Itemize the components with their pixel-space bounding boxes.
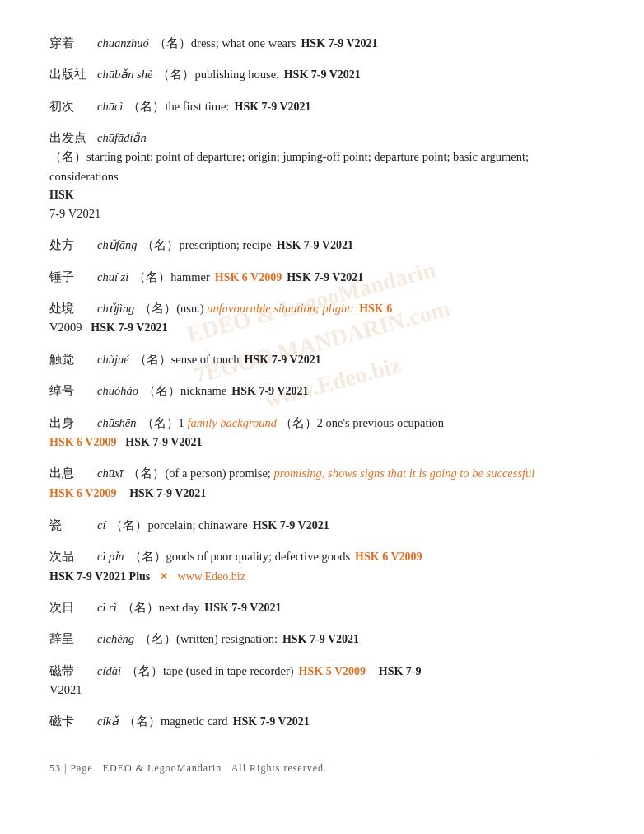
entry-chubanshe: 出版社 chūbǎn shè （名）publishing house. HSK … (49, 64, 595, 84)
zh-chubanshe: 出版社 (49, 64, 92, 84)
hsk1-chushen: HSK 6 V2009 (49, 436, 116, 448)
zh-cipin: 次品 (49, 546, 92, 566)
hsk-chufang: HSK 7-9 V2021 (277, 237, 353, 255)
zh-chujing: 处境 (49, 298, 92, 318)
footer: 53 | Page EDEO & LegooMandarin All Right… (49, 757, 595, 775)
page-number: 53 (49, 762, 61, 774)
def-ciri: （名）next day (122, 598, 200, 617)
def-orange-chushen: family background (187, 416, 277, 429)
zh-chuanzhua: 穿着 (49, 33, 92, 53)
entry-cicheng: 辞呈 cíchéng （名）(written) resignation: HSK… (49, 629, 595, 649)
def-cidai: （名）tape (used in tape recorder) (126, 662, 294, 681)
hsk-chuanzhua: HSK 7-9 V2021 (301, 35, 377, 53)
cont-chushen: HSK 6 V2009 HSK 7-9 V2021 (49, 433, 595, 452)
hsk1-cidai: HSK 5 V2009 (299, 663, 366, 681)
hsk2-cipin: HSK 7-9 V2021 Plus (49, 570, 150, 583)
def-cicheng: （名）(written) resignation: (139, 630, 278, 649)
hsk-cicheng: HSK 7-9 V2021 (282, 630, 359, 649)
zh-ciri: 次日 (49, 597, 92, 617)
pinyin-chubanshe: chūbǎn shè (97, 65, 152, 84)
def-chuxi: （名）(of a person) promise; promising, sho… (128, 464, 534, 483)
hsk1-chuxi: HSK 6 V2009 (49, 485, 116, 503)
def-chubanshe: （名）publishing house. (157, 65, 278, 84)
pinyin-chufadian: chūfādiǎn (97, 129, 147, 148)
pinyin-chujing: chǔjìng (97, 299, 134, 318)
pinyin-cidai: cídài (97, 662, 121, 681)
cont-cidai: V2021 (49, 681, 595, 700)
entry-cidai: 磁带 cídài （名）tape (used in tape recorder)… (49, 661, 595, 700)
def-cika: （名）magnetic card (124, 712, 228, 731)
hsk2-cidai: HSK 7-9 (379, 663, 422, 681)
entry-chuxi: 出息 chūxī （名）(of a person) promise; promi… (49, 463, 595, 504)
zh-chushen: 出身 (49, 413, 92, 433)
def-chuanzhua: （名）dress; what one wears (154, 34, 296, 53)
cont-chufadian: 7-9 V2021 (49, 204, 595, 223)
hsk-chuci: HSK 7-9 V2021 (235, 98, 311, 116)
zh-ci: 瓷 (49, 515, 92, 535)
zh-cidai: 磁带 (49, 661, 92, 681)
entry-chufang: 处方 chǔfāng （名）prescription; recipe HSK 7… (49, 235, 595, 255)
def-chufang: （名）prescription; recipe (142, 236, 271, 255)
def-chuizi: （名）hammer (133, 268, 210, 287)
pinyin-cicheng: cíchéng (97, 630, 134, 649)
pinyin-chuci: chūcì (97, 97, 123, 116)
watermark-cipin: ✕ www.Edeo.biz (159, 570, 245, 583)
pinyin-cipin: cì pǐn (97, 547, 124, 566)
entry-chuci: 初次 chūcì （名）the first time: HSK 7-9 V202… (49, 96, 595, 116)
def-orange-chuxi: promising, shows signs that it is going … (273, 466, 534, 480)
entry-chujing: 处境 chǔjìng （名）(usu.) unfavourable situat… (49, 298, 595, 338)
entry-ciri: 次日 cì rì （名）next day HSK 7-9 V2021 (49, 597, 595, 617)
pinyin-chujue: chùjué (97, 350, 129, 369)
def-ci: （名）porcelain; chinaware (110, 516, 247, 535)
pinyin-chuohao: chuòhào (97, 382, 138, 401)
entry-chujue: 触觉 chùjué （名）sense of touch HSK 7-9 V202… (49, 349, 595, 369)
def-chufadian: （名）starting point; point of departure; o… (49, 148, 595, 185)
hsk-cika: HSK 7-9 V2021 (233, 713, 310, 731)
entry-chushen: 出身 chūshēn （名）1 family background （名）2 o… (49, 413, 595, 452)
def-orange-chujing: unfavourable situation; plight: (207, 302, 354, 315)
def-chujue: （名）sense of touch (134, 350, 240, 369)
pinyin-ciri: cì rì (97, 598, 117, 617)
hsk-ci: HSK 7-9 V2021 (253, 517, 329, 535)
hsk1-chujing: HSK 6 (359, 300, 392, 318)
def-chushen: （名）1 family background （名）2 one's previo… (142, 414, 445, 433)
footer-text: Page EDEO & LegooMandarin All Rights res… (70, 762, 327, 774)
zh-chuxi: 出息 (49, 463, 92, 483)
hsk2-chushen: HSK 7-9 V2021 (125, 436, 202, 448)
hsk2-chuxi: HSK 7-9 V2021 (129, 485, 206, 503)
def-chujing: （名）(usu.) unfavourable situation; plight… (139, 299, 354, 318)
def-chuci: （名）the first time: (128, 97, 229, 116)
zh-chufadian: 出发点 (49, 128, 92, 148)
entry-ci: 瓷 cí （名）porcelain; chinaware HSK 7-9 V20… (49, 515, 595, 535)
entry-cipin: 次品 cì pǐn （名）goods of poor quality; defe… (49, 546, 595, 586)
pinyin-chuxi: chūxī (97, 464, 123, 483)
zh-chuci: 初次 (49, 96, 92, 116)
zh-cicheng: 辞呈 (49, 629, 92, 649)
hsk1-cipin: HSK 6 V2009 (355, 548, 422, 566)
hsk-chubanshe: HSK 7-9 V2021 (284, 66, 361, 84)
zh-chuohao: 绰号 (49, 381, 92, 401)
hsk1-chuizi: HSK 6 V2009 (215, 269, 282, 287)
hsk-ciri: HSK 7-9 V2021 (204, 599, 281, 617)
entry-chuizi: 锤子 chuí zi （名）hammer HSK 6 V2009 HSK 7-9… (49, 267, 595, 287)
hsk2-chuizi: HSK 7-9 V2021 (287, 269, 363, 287)
entry-cika: 磁卡 cíkǎ （名）magnetic card HSK 7-9 V2021 (49, 711, 595, 731)
hsk-chufadian: HSK (49, 186, 74, 204)
zh-chuizi: 锤子 (49, 267, 92, 287)
entry-chuohao: 绰号 chuòhào （名）nickname HSK 7-9 V2021 (49, 381, 595, 401)
pinyin-ci: cí (97, 516, 105, 535)
def-cipin: （名）goods of poor quality; defective good… (129, 547, 351, 566)
pinyin-cika: cíkǎ (97, 712, 119, 731)
zh-cika: 磁卡 (49, 711, 92, 731)
hsk2-chujing: HSK 7-9 V2021 (91, 321, 167, 334)
cont-chujing: V2009 HSK 7-9 V2021 (49, 318, 595, 337)
cont-cipin: HSK 7-9 V2021 Plus ✕ www.Edeo.biz (49, 567, 595, 586)
def-chuohao: （名）nickname (143, 382, 226, 401)
pinyin-chufang: chǔfāng (97, 236, 137, 255)
hsk-chuohao: HSK 7-9 V2021 (231, 382, 308, 401)
pinyin-chuizi: chuí zi (97, 268, 128, 287)
zh-chufang: 处方 (49, 235, 92, 255)
pinyin-chuanzhua: chuānzhuó (97, 34, 149, 53)
entry-chuanzhua: 穿着 chuānzhuó （名）dress; what one wears HS… (49, 33, 595, 53)
entry-chufadian: 出发点 chūfādiǎn （名）starting point; point o… (49, 128, 595, 223)
